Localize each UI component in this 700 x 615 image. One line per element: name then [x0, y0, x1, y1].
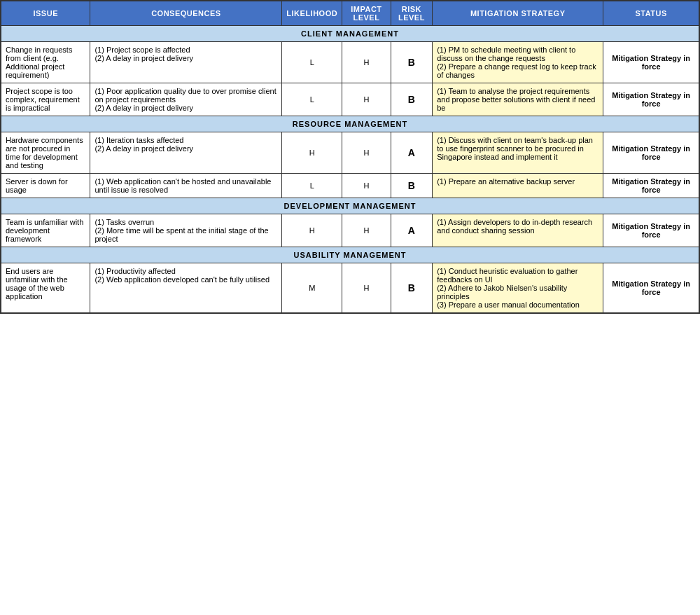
likelihood-cell: L: [282, 42, 342, 83]
consequences-cell: (1) Poor application quality due to over…: [90, 83, 282, 116]
mitigation-cell: (1) Prepare an alternative backup server: [433, 174, 603, 198]
section-title-3: USABILITY MANAGEMENT: [1, 247, 699, 263]
impact-cell: H: [342, 214, 391, 247]
status-cell: Mitigation Strategy in force: [603, 83, 699, 116]
risk-level-cell: A: [391, 132, 433, 174]
issue-cell: End users are unfamiliar with the usage …: [1, 263, 90, 314]
table-row: Hardware components are not procured in …: [1, 132, 699, 174]
consequences-cell: (1) Project scope is affected (2) A dela…: [90, 42, 282, 83]
consequences-cell: (1) Tasks overrun (2) More time will be …: [90, 214, 282, 247]
issue-cell: Server is down for usage: [1, 174, 90, 198]
mitigation-cell: (1) Discuss with client on team's back-u…: [433, 132, 603, 174]
risk-level-cell: A: [391, 214, 433, 247]
mitigation-cell: (1) Conduct heuristic evaluation to gath…: [433, 263, 603, 314]
issue-cell: Hardware components are not procured in …: [1, 132, 90, 174]
issue-cell: Project scope is too complex, requiremen…: [1, 83, 90, 116]
section-title-0: CLIENT MANAGEMENT: [1, 26, 699, 42]
mitigation-cell: (1) PM to schedule meeting with client t…: [433, 42, 603, 83]
mitigation-cell: (1) Team to analyse the project requirem…: [433, 83, 603, 116]
section-row-1: RESOURCE MANAGEMENT: [1, 116, 699, 132]
section-row-2: DEVELOPMENT MANAGEMENT: [1, 198, 699, 214]
header-risk: RISK LEVEL: [391, 1, 433, 26]
status-cell: Mitigation Strategy in force: [603, 42, 699, 83]
impact-cell: H: [342, 132, 391, 174]
section-row-0: CLIENT MANAGEMENT: [1, 26, 699, 42]
status-cell: Mitigation Strategy in force: [603, 214, 699, 247]
section-title-1: RESOURCE MANAGEMENT: [1, 116, 699, 132]
header-mitigation: MITIGATION STRATEGY: [433, 1, 603, 26]
likelihood-cell: H: [282, 214, 342, 247]
likelihood-cell: L: [282, 83, 342, 116]
impact-cell: H: [342, 263, 391, 314]
risk-level-cell: B: [391, 263, 433, 314]
table-header-row: ISSUE CONSEQUENCES LIKELIHOOD IMPACT LEV…: [1, 1, 699, 26]
risk-management-table: ISSUE CONSEQUENCES LIKELIHOOD IMPACT LEV…: [0, 0, 700, 314]
table-row: Server is down for usage(1) Web applicat…: [1, 174, 699, 198]
issue-cell: Team is unfamiliar with development fram…: [1, 214, 90, 247]
status-cell: Mitigation Strategy in force: [603, 174, 699, 198]
mitigation-cell: (1) Assign developers to do in-depth res…: [433, 214, 603, 247]
likelihood-cell: H: [282, 132, 342, 174]
risk-level-cell: B: [391, 83, 433, 116]
impact-cell: H: [342, 174, 391, 198]
section-title-2: DEVELOPMENT MANAGEMENT: [1, 198, 699, 214]
likelihood-cell: M: [282, 263, 342, 314]
consequences-cell: (1) Web application can't be hosted and …: [90, 174, 282, 198]
table-body: CLIENT MANAGEMENTChange in requests from…: [1, 26, 699, 314]
header-status: STATUS: [603, 1, 699, 26]
table-row: Project scope is too complex, requiremen…: [1, 83, 699, 116]
header-likelihood: LIKELIHOOD: [282, 1, 342, 26]
section-row-3: USABILITY MANAGEMENT: [1, 247, 699, 263]
impact-cell: H: [342, 42, 391, 83]
status-cell: Mitigation Strategy in force: [603, 263, 699, 314]
table-row: Change in requests from client (e.g. Add…: [1, 42, 699, 83]
impact-cell: H: [342, 83, 391, 116]
risk-level-cell: B: [391, 42, 433, 83]
table-row: End users are unfamiliar with the usage …: [1, 263, 699, 314]
likelihood-cell: L: [282, 174, 342, 198]
risk-level-cell: B: [391, 174, 433, 198]
header-impact: IMPACT LEVEL: [342, 1, 391, 26]
table-row: Team is unfamiliar with development fram…: [1, 214, 699, 247]
header-issue: ISSUE: [1, 1, 90, 26]
status-cell: Mitigation Strategy in force: [603, 132, 699, 174]
consequences-cell: (1) Iteration tasks affected (2) A delay…: [90, 132, 282, 174]
header-consequences: CONSEQUENCES: [90, 1, 282, 26]
issue-cell: Change in requests from client (e.g. Add…: [1, 42, 90, 83]
consequences-cell: (1) Productivity affected (2) Web applic…: [90, 263, 282, 314]
